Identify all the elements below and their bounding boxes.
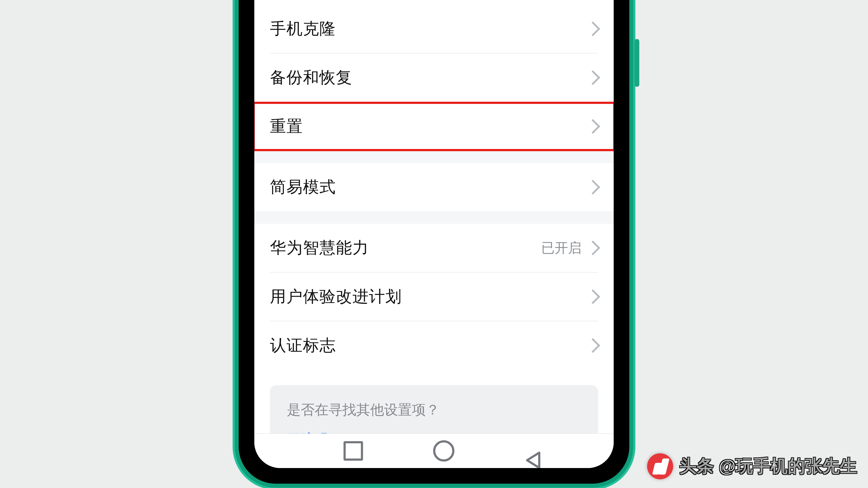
settings-row-ai-skill[interactable]: 华为智慧能力 已开启 [254,224,614,272]
chevron-right-icon [586,289,600,304]
settings-row-ux-plan[interactable]: 用户体验改进计划 [254,273,614,321]
row-right [588,182,598,192]
row-right [588,72,598,83]
settings-row-cert-logo[interactable]: 认证标志 [254,321,614,369]
chevron-right-icon [586,240,600,255]
chevron-right-icon [586,338,600,353]
settings-row-phone-clone[interactable]: 手机克隆 [254,5,614,53]
highlight-box [254,102,614,151]
group-gap [254,151,614,163]
phone-screen: 手机克隆 备份和恢复 重置 [254,0,614,468]
watermark-text: 头条 @玩手机的张先生 [679,455,857,478]
svg-marker-0 [527,453,539,468]
chevron-right-icon [586,180,600,195]
row-right [588,292,598,302]
toutiao-logo-icon [647,453,673,479]
row-label: 认证标志 [270,335,336,356]
chevron-right-icon [586,22,600,36]
watermark: 头条 @玩手机的张先生 [647,453,857,479]
suggestion-question: 是否在寻找其他设置项？ [287,400,581,419]
chevron-right-icon [586,119,600,134]
android-nav-bar [254,433,614,468]
row-label: 简易模式 [270,176,336,198]
phone-side-button [634,39,639,87]
row-label: 华为智慧能力 [270,237,369,259]
chevron-right-icon [586,70,600,85]
row-label: 用户体验改进计划 [270,286,402,307]
row-right [588,121,598,132]
nav-recent-icon[interactable] [343,441,363,461]
row-right [588,340,598,351]
settings-group-2: 简易模式 [254,163,614,211]
nav-home-icon[interactable] [433,440,455,461]
settings-group-3: 华为智慧能力 已开启 用户体验改进计划 [254,224,614,464]
settings-row-reset[interactable]: 重置 [254,102,614,151]
row-label: 重置 [270,116,303,137]
row-right: 已开启 [541,239,598,257]
phone-bezel: 手机克隆 备份和恢复 重置 [244,0,624,479]
settings-content: 手机克隆 备份和恢复 重置 [254,0,614,468]
phone-frame: 手机克隆 备份和恢复 重置 [239,0,629,484]
row-right [588,24,598,34]
settings-row-backup-restore[interactable]: 备份和恢复 [254,54,614,102]
group-gap [254,211,614,224]
row-label: 备份和恢复 [270,67,352,89]
row-value: 已开启 [541,239,582,257]
settings-group-1: 手机克隆 备份和恢复 重置 [254,0,614,151]
settings-row-simple-mode[interactable]: 简易模式 [254,163,614,211]
row-label: 手机克隆 [270,18,336,40]
